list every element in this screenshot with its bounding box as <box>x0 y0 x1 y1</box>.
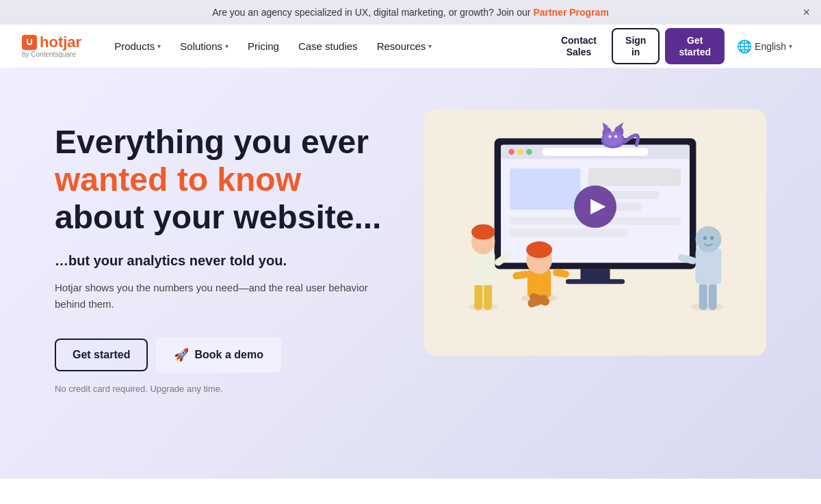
contact-sales-button[interactable]: Contact Sales <box>551 31 606 62</box>
partner-program-link[interactable]: Partner Program <box>533 7 608 18</box>
svg-rect-29 <box>471 251 495 285</box>
nav-solutions[interactable]: Solutions ▾ <box>172 35 237 57</box>
rocket-icon: 🚀 <box>174 347 189 362</box>
logo[interactable]: hotjar by Contentsquare <box>22 35 81 58</box>
svg-rect-34 <box>699 283 707 310</box>
nav-actions: Contact Sales Sign in Get started 🌐 Engl… <box>551 28 799 65</box>
banner-text: Are you an agency specialized in UX, dig… <box>212 7 533 18</box>
svg-rect-7 <box>542 148 648 156</box>
banner-close-button[interactable]: × <box>803 6 810 18</box>
nav-pricing[interactable]: Pricing <box>239 35 287 57</box>
get-started-nav-button[interactable]: Get started <box>665 28 725 65</box>
hero-content: Everything you ever wanted to know about… <box>55 109 383 394</box>
hero-get-started-button[interactable]: Get started <box>55 339 148 371</box>
hero-description: Hotjar shows you the numbers you need—an… <box>55 280 383 313</box>
svg-point-47 <box>608 135 611 137</box>
logo-icon <box>22 35 37 50</box>
svg-rect-15 <box>566 279 625 284</box>
svg-point-44 <box>603 132 623 146</box>
chevron-down-icon: ▾ <box>789 42 792 50</box>
chevron-down-icon: ▾ <box>225 42 229 50</box>
globe-icon: 🌐 <box>737 39 752 54</box>
svg-point-26 <box>469 303 498 311</box>
svg-rect-35 <box>709 283 717 310</box>
announcement-banner: Are you an agency specialized in UX, dig… <box>0 0 821 25</box>
logo-wordmark-text: hotjar <box>40 35 81 50</box>
logo-subtext: by Contentsquare <box>22 51 81 58</box>
svg-point-6 <box>526 149 532 155</box>
svg-point-5 <box>517 149 523 155</box>
hero-book-demo-button[interactable]: 🚀 Book a demo <box>156 337 281 373</box>
svg-rect-8 <box>510 168 580 209</box>
svg-point-4 <box>508 149 514 155</box>
hero-illustration-svg <box>424 109 766 321</box>
svg-rect-28 <box>484 283 492 310</box>
svg-rect-13 <box>510 228 627 237</box>
svg-point-37 <box>696 226 722 252</box>
chevron-down-icon: ▾ <box>428 42 432 50</box>
main-nav: hotjar by Contentsquare Products ▾ Solut… <box>0 25 821 68</box>
svg-rect-27 <box>474 283 482 310</box>
language-selector[interactable]: 🌐 English ▾ <box>730 35 799 58</box>
svg-point-39 <box>710 236 714 239</box>
svg-rect-36 <box>696 248 722 284</box>
hero-note: No credit card required. Upgrade any tim… <box>55 384 383 394</box>
svg-rect-9 <box>588 168 681 186</box>
nav-links: Products ▾ Solutions ▾ Pricing Case stud… <box>106 35 551 57</box>
hero-title: Everything you ever wanted to know about… <box>55 123 383 237</box>
sign-in-button[interactable]: Sign in <box>612 28 660 65</box>
hero-subtitle: …but your analytics never told you. <box>55 253 383 269</box>
svg-point-48 <box>614 135 617 137</box>
hero-illustration <box>424 109 766 356</box>
chevron-down-icon: ▾ <box>157 42 161 50</box>
hero-buttons: Get started 🚀 Book a demo <box>55 337 383 373</box>
nav-case-studies[interactable]: Case studies <box>290 35 366 57</box>
language-label: English <box>755 41 786 52</box>
nav-resources[interactable]: Resources ▾ <box>369 35 441 57</box>
svg-rect-14 <box>580 269 610 280</box>
hero-section: Everything you ever wanted to know about… <box>0 68 821 479</box>
svg-point-21 <box>526 241 552 258</box>
svg-point-38 <box>703 236 707 239</box>
nav-products[interactable]: Products ▾ <box>106 35 169 57</box>
svg-point-31 <box>471 224 495 239</box>
